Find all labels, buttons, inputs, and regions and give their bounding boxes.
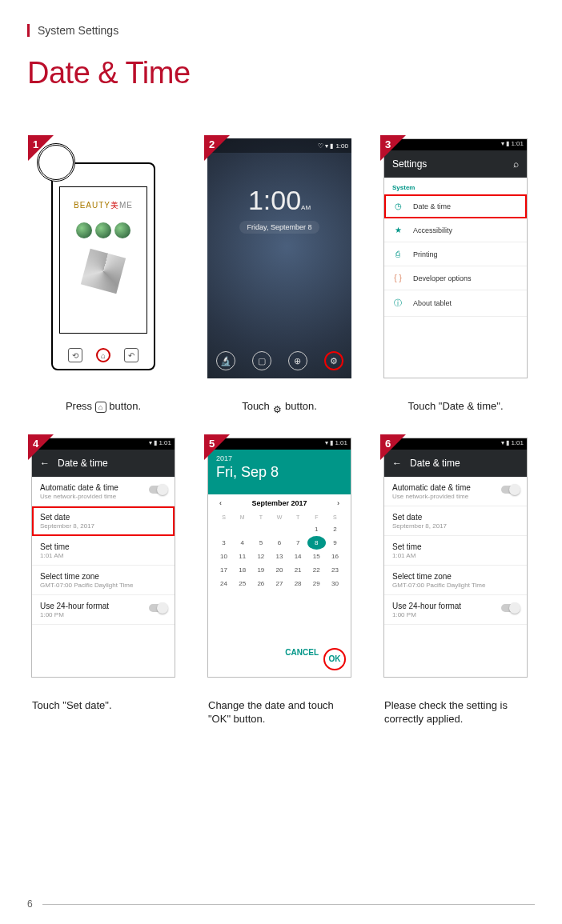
toggle-switch[interactable] (501, 604, 519, 612)
step-badge-3: 3 (380, 135, 406, 161)
prev-month-icon[interactable]: ‹ (219, 499, 222, 507)
braces-icon: { } (392, 274, 403, 282)
device-frame: BEAUTY美ME ⟲ ⌂ ↶ (51, 162, 155, 370)
toggle-switch[interactable] (149, 604, 167, 612)
start-diagnosis-icon[interactable] (76, 222, 92, 238)
24h-row[interactable]: Use 24-hour format1:00 PM (384, 595, 527, 625)
24h-row[interactable]: Use 24-hour format1:00 PM (32, 595, 175, 625)
settings-screen: ▾ ▮ 1:01 Settings ⌕ System ◷Date & time … (383, 138, 528, 378)
clock-icon: ◷ (392, 202, 403, 210)
photo-icon[interactable]: ▢ (252, 351, 271, 370)
settings-item-accessibility[interactable]: ★Accessibility (384, 218, 527, 242)
intro-icon[interactable] (114, 222, 130, 238)
step-caption-6: Please check the setting is correctly ap… (379, 698, 532, 726)
date-time-screen: ▾ ▮ 1:01 ←Date & time Automatic date & t… (31, 438, 175, 678)
page-title: Date & Time (27, 56, 535, 90)
set-date-row[interactable]: Set dateSeptember 8, 2017 (32, 506, 175, 536)
auto-date-row[interactable]: Automatic date & timeUse network-provide… (32, 477, 175, 506)
settings-item-developer[interactable]: { }Developer options (384, 266, 527, 290)
lock-clock: 1:00AM (207, 185, 351, 216)
back-button[interactable]: ↶ (124, 348, 138, 362)
step-caption-5: Change the date and touch "OK" button. (203, 698, 355, 726)
toggle-switch[interactable] (501, 486, 519, 494)
settings-gear-icon[interactable]: ⚙ (324, 351, 343, 370)
timezone-row[interactable]: Select time zoneGMT-07:00 Pacific Daylig… (32, 566, 175, 595)
step-caption-4: Touch "Set date". (27, 698, 179, 713)
breadcrumb: System Settings (27, 24, 535, 37)
step-caption-3: Touch "Date & time". (379, 399, 532, 414)
home-button[interactable]: ⌂ (96, 348, 110, 362)
next-month-icon[interactable]: › (337, 499, 339, 507)
cube-image (81, 249, 126, 294)
section-label: System (384, 178, 527, 194)
person-icon: ★ (392, 226, 403, 234)
product-icon[interactable] (95, 222, 111, 238)
timezone-row[interactable]: Select time zoneGMT-07:00 Pacific Daylig… (384, 566, 527, 595)
auto-date-row[interactable]: Automatic date & timeUse network-provide… (384, 477, 527, 506)
info-icon: ⓘ (392, 298, 403, 309)
step-caption-1: Press ⌂ button. (27, 399, 179, 414)
step-caption-2: Touch button. (203, 399, 355, 414)
step-badge-1: 1 (28, 135, 54, 161)
home-icon: ⌂ (95, 402, 106, 413)
gear-icon (272, 402, 282, 412)
month-label: September 2017 (251, 499, 307, 507)
cancel-button[interactable]: CANCEL (285, 648, 319, 670)
toggle-switch[interactable] (149, 486, 167, 494)
settings-item-date-time[interactable]: ◷Date & time (384, 194, 527, 218)
step-badge-2: 2 (204, 135, 230, 161)
search-icon[interactable]: ⌕ (513, 158, 519, 170)
app-screen: BEAUTY美ME (59, 186, 147, 334)
microscope-icon[interactable]: 🔬 (216, 351, 235, 370)
ok-button[interactable]: OK (323, 648, 346, 670)
printer-icon: ⎙ (392, 250, 403, 258)
calendar-screen: 2▾ ▮ 1:01 2017 Fri, Sep 8 ‹ September 20… (207, 438, 351, 678)
page-footer: 6 (27, 898, 535, 910)
step-badge-4: 4 (28, 434, 54, 460)
calendar-grid[interactable]: SMTWTFS123456789101112131415161718192021… (208, 512, 351, 590)
lock-date: Friday, September 8 (239, 221, 320, 234)
step-badge-5: 5 (204, 434, 230, 460)
set-date-row[interactable]: Set dateSeptember 8, 2017 (384, 506, 527, 536)
refresh-button[interactable]: ⟲ (68, 348, 82, 362)
set-time-row[interactable]: Set time1:01 AM (32, 536, 175, 566)
lock-screen: ♡ ▾ ▮ 1:00 1:00AM Friday, September 8 🔬 … (207, 138, 351, 378)
settings-item-about[interactable]: ⓘAbout tablet (384, 290, 527, 317)
globe-icon[interactable]: ⊕ (288, 351, 307, 370)
step-badge-6: 6 (380, 434, 406, 460)
app-logo: BEAUTY美ME (74, 200, 133, 211)
settings-item-printing[interactable]: ⎙Printing (384, 242, 527, 266)
set-time-row[interactable]: Set time1:01 AM (384, 536, 527, 566)
date-time-screen-confirm: ▾ ▮ 1:01 ←Date & time Automatic date & t… (383, 438, 528, 678)
